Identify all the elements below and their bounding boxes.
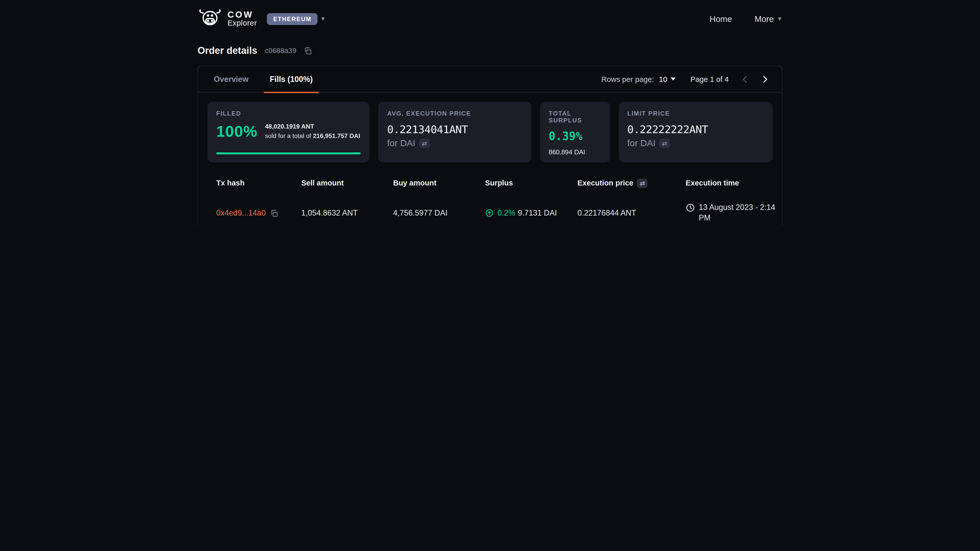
order-id: c0688a39 xyxy=(265,47,296,54)
more-chevron-down-icon: ▼ xyxy=(777,16,783,22)
buy-amount: 4,756.5977 DAI xyxy=(384,209,476,218)
fills-table-header: Tx hash Sell amount Buy amount Surplus E… xyxy=(207,171,773,194)
filled-amount: 48,020.1919 ANT xyxy=(265,123,314,130)
next-page-button[interactable] xyxy=(757,71,773,86)
surplus-percent: 0.2% xyxy=(497,209,515,218)
fills-table: Tx hash Sell amount Buy amount Surplus E… xyxy=(207,171,773,225)
column-execution-time: Execution time xyxy=(677,179,773,187)
fills-table-body: 0x4ed9...14a0 1,054.8632 ANT 4,756.5977 … xyxy=(207,194,773,225)
clock-icon xyxy=(686,203,695,212)
summary-cards: FILLED 100% 48,020.1919 ANT sold for a t… xyxy=(207,102,773,162)
total-surplus-percent: 0.39% xyxy=(549,129,601,142)
cow-icon xyxy=(197,9,223,29)
previous-page-button[interactable] xyxy=(738,71,752,86)
execution-price: 0.22176844 ANT xyxy=(569,209,677,218)
column-tx-hash: Tx hash xyxy=(207,179,293,187)
limit-price-card: LIMIT PRICE 0.22222222ANT for DAI ⇄ xyxy=(618,102,772,162)
surplus-amount: 9.7131 DAI xyxy=(518,209,557,218)
limit-price-unit: for DAI xyxy=(627,138,655,148)
column-execution-price: Execution price ⇄ xyxy=(569,178,677,188)
limit-price-label: LIMIT PRICE xyxy=(627,110,764,117)
copy-order-id-icon[interactable] xyxy=(304,46,312,55)
sell-amount: 1,054.8632 ANT xyxy=(293,209,384,218)
avg-price-unit: for DAI xyxy=(387,138,415,148)
filled-percent: 100% xyxy=(216,122,258,141)
copy-tx-hash-icon[interactable] xyxy=(270,209,278,218)
logo-text-explorer: Explorer xyxy=(228,19,257,27)
page-indicator: Page 1 of 4 xyxy=(690,75,729,83)
surplus-cell: 0.2% 9.7131 DAI xyxy=(476,209,569,218)
total-surplus-amount: 860.894 DAI xyxy=(549,148,601,156)
nav-more[interactable]: More▼ xyxy=(755,14,783,24)
order-details-panel: Overview Fills (100%) Rows per page: 10 … xyxy=(197,65,783,225)
rows-per-page-select[interactable]: 10 xyxy=(659,75,676,83)
total-surplus-label: TOTAL SURPLUS xyxy=(549,110,601,124)
swap-currency-icon[interactable]: ⇄ xyxy=(659,138,670,148)
rows-per-page-caret-icon xyxy=(670,78,676,81)
column-buy-amount: Buy amount xyxy=(384,179,476,187)
page: COW Explorer ETHEREUM ▼ Home More▼ Order… xyxy=(0,0,980,225)
tab-overview[interactable]: Overview xyxy=(207,66,255,92)
swap-currency-icon[interactable]: ⇄ xyxy=(419,138,430,148)
avg-execution-price-value: 0.22134041ANT xyxy=(387,123,522,135)
limit-price-value: 0.22222222ANT xyxy=(627,123,764,135)
avg-execution-price-card: AVG. EXECUTION PRICE 0.22134041ANT for D… xyxy=(379,102,531,162)
sold-total-line: sold for a total of 216,951.757 DAI xyxy=(265,132,360,139)
logo-text-cow: COW xyxy=(228,10,257,19)
network-badge[interactable]: ETHEREUM xyxy=(267,13,318,25)
main-nav: Home More▼ xyxy=(710,14,783,24)
surplus-up-icon xyxy=(485,209,493,218)
table-row: 0x4ed9...14a0 1,054.8632 ANT 4,756.5977 … xyxy=(207,194,773,225)
rows-per-page-label: Rows per page: xyxy=(601,75,654,83)
page-title: Order details xyxy=(197,45,257,56)
execution-time: 13 August 2023 - 2:14 PM xyxy=(677,202,779,224)
execution-time-text: 13 August 2023 - 2:14 PM xyxy=(699,202,779,224)
tab-bar: Overview Fills (100%) Rows per page: 10 … xyxy=(198,66,782,93)
network-chevron-down-icon[interactable]: ▼ xyxy=(320,16,326,21)
nav-home[interactable]: Home xyxy=(710,14,732,24)
column-surplus: Surplus xyxy=(476,179,569,187)
avg-execution-price-label: AVG. EXECUTION PRICE xyxy=(387,110,522,117)
tx-hash-link[interactable]: 0x4ed9...14a0 xyxy=(216,209,266,218)
price-swap-icon[interactable]: ⇄ xyxy=(637,178,648,188)
filled-card: FILLED 100% 48,020.1919 ANT sold for a t… xyxy=(207,102,369,162)
tab-fills[interactable]: Fills (100%) xyxy=(263,66,319,92)
total-surplus-card: TOTAL SURPLUS 0.39% 860.894 DAI xyxy=(540,102,610,162)
app-header: COW Explorer ETHEREUM ▼ Home More▼ xyxy=(0,0,980,29)
filled-progress-bar xyxy=(216,152,361,154)
filled-label: FILLED xyxy=(216,110,361,117)
cow-explorer-logo[interactable]: COW Explorer xyxy=(197,9,257,29)
column-sell-amount: Sell amount xyxy=(293,179,384,187)
